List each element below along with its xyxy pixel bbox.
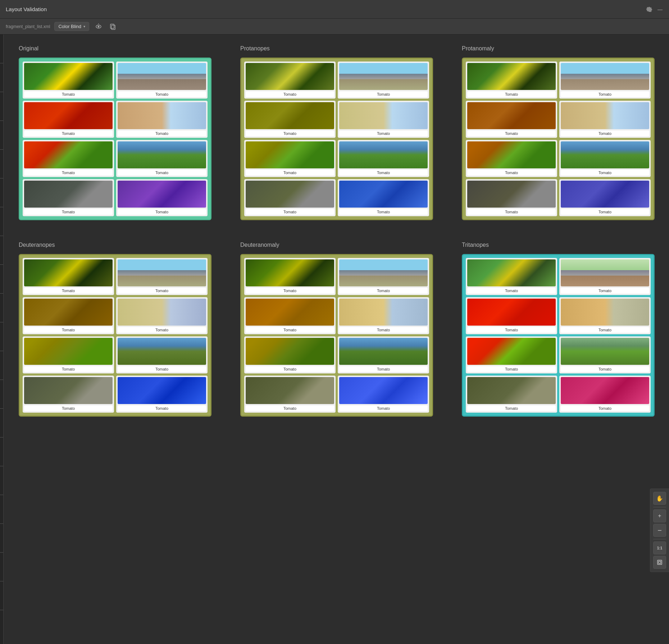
card-label: Tomato (467, 327, 556, 333)
card-label: Tomato (339, 405, 428, 411)
list-item[interactable]: Tomato (23, 101, 114, 138)
list-item[interactable]: Tomato (338, 101, 429, 138)
card-image-tritanopes-5 (561, 338, 649, 365)
list-item[interactable]: Tomato (559, 140, 651, 177)
list-item[interactable]: Tomato (116, 297, 208, 334)
color-blind-dropdown[interactable]: Color Blind ▾ (54, 22, 89, 31)
list-item[interactable]: Tomato (338, 376, 429, 413)
panel-original: OriginalTomatoTomatoTomatoTomatoTomatoTo… (19, 45, 211, 220)
card-image-protanomaly-6 (467, 181, 556, 208)
list-item[interactable]: Tomato (338, 336, 429, 373)
card-image-deuteranomaly-7 (339, 377, 428, 404)
list-item[interactable]: Tomato (23, 62, 114, 99)
card-label: Tomato (118, 131, 206, 136)
list-item[interactable]: Tomato (338, 140, 429, 177)
panel-deuteranopes: DeuteranopesTomatoTomatoTomatoTomatoToma… (19, 242, 211, 417)
card-image-protanopes-6 (246, 181, 334, 208)
card-image-tritanopes-1 (561, 259, 649, 286)
zoom-in-button[interactable]: + (653, 509, 666, 522)
panel-deuteranomaly: DeuteranomalyTomatoTomatoTomatoTomatoTom… (240, 242, 433, 417)
list-item[interactable]: Tomato (23, 297, 114, 334)
list-item[interactable]: Tomato (116, 101, 208, 138)
list-item[interactable]: Tomato (338, 179, 429, 216)
card-label: Tomato (118, 288, 206, 294)
zoom-reset-button[interactable]: 1:1 (653, 541, 666, 554)
list-item[interactable]: Tomato (116, 336, 208, 373)
panel-title-protanomaly: Protanomaly (462, 45, 655, 52)
zoom-out-button[interactable]: − (653, 524, 666, 537)
tool-divider-1 (653, 507, 666, 507)
card-container-original: TomatoTomatoTomatoTomatoTomatoTomatoToma… (19, 58, 211, 220)
card-label: Tomato (339, 91, 428, 97)
card-label: Tomato (118, 366, 206, 372)
panel-title-original: Original (19, 45, 211, 52)
list-item[interactable]: Tomato (116, 62, 208, 99)
list-item[interactable]: Tomato (466, 297, 557, 334)
card-label: Tomato (246, 327, 334, 333)
list-item[interactable]: Tomato (244, 140, 336, 177)
card-image-deuteranopes-4 (24, 338, 113, 365)
list-item[interactable]: Tomato (23, 179, 114, 216)
list-item[interactable]: Tomato (23, 140, 114, 177)
list-item[interactable]: Tomato (559, 101, 651, 138)
svg-rect-6 (659, 561, 661, 563)
list-item[interactable]: Tomato (244, 258, 336, 295)
svg-rect-3 (112, 25, 115, 30)
list-item[interactable]: Tomato (338, 62, 429, 99)
card-label: Tomato (467, 131, 556, 136)
card-image-tritanopes-2 (467, 299, 556, 326)
list-item[interactable]: Tomato (338, 258, 429, 295)
card-image-protanomaly-7 (561, 181, 649, 208)
list-item[interactable]: Tomato (466, 140, 557, 177)
list-item[interactable]: Tomato (466, 101, 557, 138)
list-item[interactable]: Tomato (23, 258, 114, 295)
list-item[interactable]: Tomato (244, 62, 336, 99)
card-image-protanopes-2 (246, 102, 334, 129)
card-label: Tomato (24, 366, 113, 372)
card-image-protanomaly-3 (561, 102, 649, 129)
list-item[interactable]: Tomato (466, 62, 557, 99)
list-item[interactable]: Tomato (559, 336, 651, 373)
list-item[interactable]: Tomato (244, 179, 336, 216)
list-item[interactable]: Tomato (244, 336, 336, 373)
minimize-icon[interactable]: — (657, 6, 663, 13)
list-item[interactable]: Tomato (466, 336, 557, 373)
card-image-deuteranopes-7 (118, 377, 206, 404)
list-item[interactable]: Tomato (338, 297, 429, 334)
fit-screen-button[interactable] (653, 556, 666, 569)
list-item[interactable]: Tomato (116, 376, 208, 413)
settings-icon[interactable] (646, 6, 652, 13)
right-toolbar: ✋ + − 1:1 (650, 489, 669, 572)
card-image-protanopes-7 (339, 181, 428, 208)
list-item[interactable]: Tomato (466, 179, 557, 216)
card-image-deuteranomaly-3 (339, 299, 428, 326)
hand-tool-button[interactable]: ✋ (653, 492, 666, 505)
list-item[interactable]: Tomato (466, 376, 557, 413)
list-item[interactable]: Tomato (244, 101, 336, 138)
card-image-original-6 (24, 181, 113, 208)
card-image-original-7 (118, 181, 206, 208)
card-label: Tomato (561, 131, 649, 136)
list-item[interactable]: Tomato (244, 297, 336, 334)
list-item[interactable]: Tomato (23, 336, 114, 373)
list-item[interactable]: Tomato (559, 376, 651, 413)
list-item[interactable]: Tomato (116, 179, 208, 216)
list-item[interactable]: Tomato (559, 258, 651, 295)
card-image-deuteranopes-6 (24, 377, 113, 404)
card-container-deuteranopes: TomatoTomatoTomatoTomatoTomatoTomatoToma… (19, 254, 211, 417)
dropdown-arrow: ▾ (83, 24, 85, 28)
list-item[interactable]: Tomato (559, 297, 651, 334)
list-item[interactable]: Tomato (466, 258, 557, 295)
title-bar: Layout Validation — (0, 0, 669, 19)
list-item[interactable]: Tomato (23, 376, 114, 413)
card-label: Tomato (24, 327, 113, 333)
card-label: Tomato (467, 209, 556, 215)
list-item[interactable]: Tomato (559, 179, 651, 216)
list-item[interactable]: Tomato (116, 258, 208, 295)
list-item[interactable]: Tomato (559, 62, 651, 99)
eye-icon[interactable] (94, 22, 104, 32)
left-ruler (0, 35, 4, 644)
copy-icon[interactable] (108, 22, 118, 32)
list-item[interactable]: Tomato (116, 140, 208, 177)
list-item[interactable]: Tomato (244, 376, 336, 413)
